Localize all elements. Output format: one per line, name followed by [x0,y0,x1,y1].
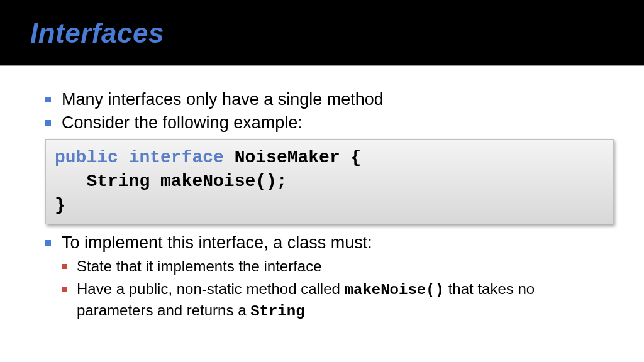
keyword: public [55,148,118,167]
sub-bullet-item: State that it implements the interface [62,256,614,277]
bullet-text: To implement this interface, a class mus… [62,233,372,252]
sub-bullet-item: Have a public, non-static method called … [62,279,614,322]
code-text: NoiseMaker { [224,148,361,167]
bullet-item: Many interfaces only have a single metho… [45,89,614,111]
bullet-list: To implement this interface, a class mus… [45,232,614,322]
bullet-item: Consider the following example: [45,112,614,134]
inline-code: String [250,303,304,320]
inline-code: makeNoise() [345,282,444,299]
code-text: String makeNoise(); [55,172,287,191]
code-text: } [55,195,65,215]
slide-title: Interfaces [30,18,614,49]
bullet-list: Many interfaces only have a single metho… [45,89,614,134]
text: Have a public, non-static method called [77,280,345,297]
slide-body: Many interfaces only have a single metho… [0,66,644,322]
title-bar: Interfaces [0,0,644,65]
sub-bullet-list: State that it implements the interface H… [62,256,614,322]
bullet-item: To implement this interface, a class mus… [45,232,614,322]
code-block: public interface NoiseMaker { String mak… [45,139,614,224]
keyword: interface [129,148,224,167]
